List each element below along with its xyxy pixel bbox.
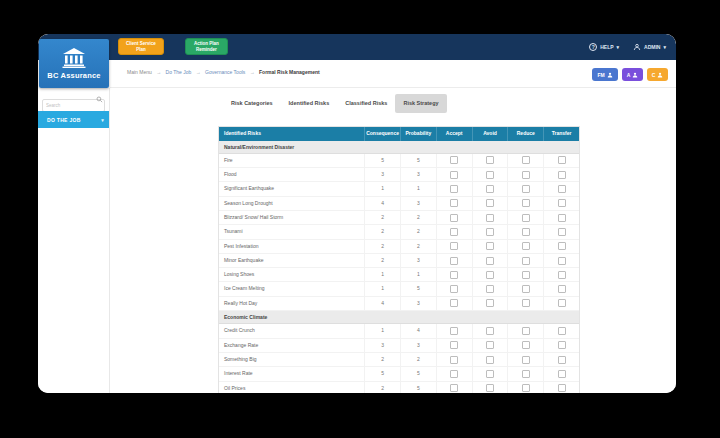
tab-identified-risks[interactable]: Identified Risks <box>281 94 338 113</box>
accept-cell <box>436 324 472 337</box>
sidebar-item-do-the-job[interactable]: DO THE JOB ▾ <box>38 111 109 128</box>
accept-checkbox[interactable] <box>450 242 458 250</box>
fm-user-button[interactable]: FM <box>592 68 618 81</box>
accept-cell <box>436 197 472 210</box>
transfer-checkbox[interactable] <box>558 156 566 164</box>
accept-checkbox[interactable] <box>450 228 458 236</box>
transfer-checkbox[interactable] <box>558 185 566 193</box>
do-the-job-label: DO THE JOB <box>47 117 81 123</box>
reduce-checkbox[interactable] <box>522 384 530 392</box>
reduce-checkbox[interactable] <box>522 156 530 164</box>
reduce-checkbox[interactable] <box>522 341 530 349</box>
accept-checkbox[interactable] <box>450 384 458 392</box>
transfer-cell <box>543 197 579 210</box>
table-row: Season Long Drought43 <box>219 197 579 211</box>
accept-checkbox[interactable] <box>450 271 458 279</box>
avoid-checkbox[interactable] <box>486 384 494 392</box>
avoid-checkbox[interactable] <box>486 171 494 179</box>
accept-checkbox[interactable] <box>450 199 458 207</box>
transfer-checkbox[interactable] <box>558 341 566 349</box>
table-row: Interest Rate55 <box>219 367 579 381</box>
consequence-cell: 2 <box>364 382 400 393</box>
avoid-checkbox[interactable] <box>486 327 494 335</box>
tab-classified-risks[interactable]: Classified Risks <box>337 94 395 113</box>
avoid-checkbox[interactable] <box>486 228 494 236</box>
transfer-checkbox[interactable] <box>558 228 566 236</box>
c-user-button[interactable]: C <box>647 68 668 81</box>
reduce-checkbox[interactable] <box>522 356 530 364</box>
accept-checkbox[interactable] <box>450 185 458 193</box>
accept-checkbox[interactable] <box>450 156 458 164</box>
tab-risk-strategy[interactable]: Risk Strategy <box>395 94 446 113</box>
admin-menu[interactable]: ADMIN <box>633 43 666 51</box>
avoid-checkbox[interactable] <box>486 370 494 378</box>
reduce-cell <box>507 353 543 366</box>
consequence-cell: 1 <box>364 324 400 337</box>
a-user-button[interactable]: A <box>622 68 643 81</box>
column-header-reduce: Reduce <box>507 127 543 141</box>
avoid-checkbox[interactable] <box>486 199 494 207</box>
transfer-checkbox[interactable] <box>558 384 566 392</box>
reduce-cell <box>507 197 543 210</box>
avoid-checkbox[interactable] <box>486 257 494 265</box>
transfer-checkbox[interactable] <box>558 299 566 307</box>
accept-checkbox[interactable] <box>450 341 458 349</box>
brand-logo[interactable]: BC Assurance <box>39 39 109 88</box>
avoid-cell <box>472 182 508 195</box>
accept-checkbox[interactable] <box>450 285 458 293</box>
reduce-checkbox[interactable] <box>522 228 530 236</box>
transfer-checkbox[interactable] <box>558 214 566 222</box>
breadcrumb-do-the-job[interactable]: Do The Job <box>166 69 192 75</box>
avoid-checkbox[interactable] <box>486 242 494 250</box>
avoid-checkbox[interactable] <box>486 299 494 307</box>
reduce-checkbox[interactable] <box>522 299 530 307</box>
tab-risk-categories[interactable]: Risk Categories <box>223 94 281 113</box>
section-header-row: Natural/Environment Disaster <box>219 141 579 154</box>
help-menu[interactable]: HELP <box>589 43 619 51</box>
transfer-checkbox[interactable] <box>558 242 566 250</box>
reduce-cell <box>507 367 543 380</box>
reduce-cell <box>507 382 543 393</box>
reduce-checkbox[interactable] <box>522 185 530 193</box>
avoid-cell <box>472 197 508 210</box>
transfer-cell <box>543 240 579 253</box>
avoid-checkbox[interactable] <box>486 341 494 349</box>
avoid-checkbox[interactable] <box>486 271 494 279</box>
accept-checkbox[interactable] <box>450 299 458 307</box>
transfer-checkbox[interactable] <box>558 257 566 265</box>
accept-checkbox[interactable] <box>450 370 458 378</box>
risk-name-cell: Interest Rate <box>219 367 364 380</box>
reduce-checkbox[interactable] <box>522 370 530 378</box>
avoid-checkbox[interactable] <box>486 356 494 364</box>
accept-checkbox[interactable] <box>450 171 458 179</box>
transfer-checkbox[interactable] <box>558 171 566 179</box>
avoid-cell <box>472 254 508 267</box>
accept-checkbox[interactable] <box>450 214 458 222</box>
reduce-checkbox[interactable] <box>522 242 530 250</box>
transfer-checkbox[interactable] <box>558 271 566 279</box>
breadcrumb-separator: → <box>156 69 161 75</box>
accept-checkbox[interactable] <box>450 327 458 335</box>
transfer-checkbox[interactable] <box>558 356 566 364</box>
reduce-checkbox[interactable] <box>522 327 530 335</box>
transfer-checkbox[interactable] <box>558 370 566 378</box>
accept-checkbox[interactable] <box>450 257 458 265</box>
reduce-checkbox[interactable] <box>522 257 530 265</box>
breadcrumb-governance-tools[interactable]: Governance Tools <box>205 69 245 75</box>
transfer-checkbox[interactable] <box>558 199 566 207</box>
client-service-plan-button[interactable]: Client Service Plan <box>118 38 164 55</box>
action-plan-reminder-button[interactable]: Action Plan Reminder <box>185 38 228 55</box>
reduce-checkbox[interactable] <box>522 214 530 222</box>
transfer-checkbox[interactable] <box>558 327 566 335</box>
reduce-checkbox[interactable] <box>522 285 530 293</box>
reduce-checkbox[interactable] <box>522 199 530 207</box>
reduce-checkbox[interactable] <box>522 171 530 179</box>
consequence-cell: 4 <box>364 297 400 310</box>
avoid-checkbox[interactable] <box>486 156 494 164</box>
reduce-checkbox[interactable] <box>522 271 530 279</box>
accept-checkbox[interactable] <box>450 356 458 364</box>
avoid-checkbox[interactable] <box>486 185 494 193</box>
avoid-checkbox[interactable] <box>486 285 494 293</box>
transfer-checkbox[interactable] <box>558 285 566 293</box>
avoid-checkbox[interactable] <box>486 214 494 222</box>
